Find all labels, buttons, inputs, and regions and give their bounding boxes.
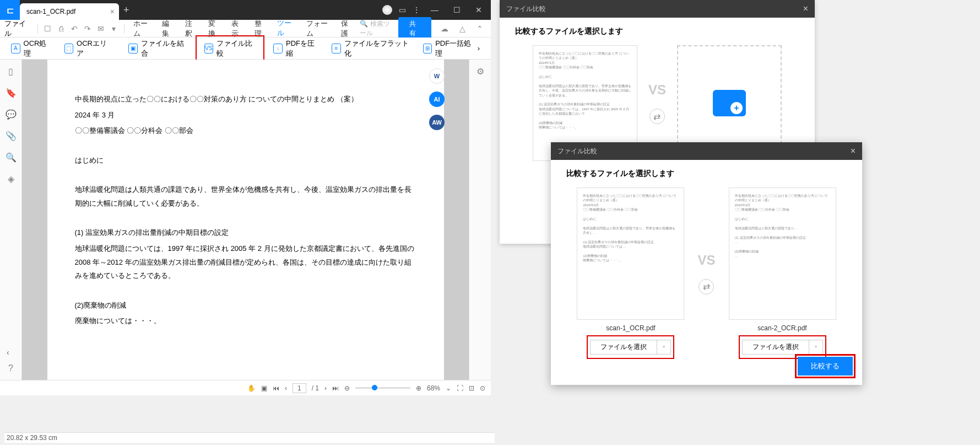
save-icon[interactable]: ☐: [42, 22, 53, 35]
layers-icon[interactable]: ◈: [8, 174, 14, 184]
attachments-icon[interactable]: 📎: [6, 131, 17, 141]
dialog-heading: 比較するファイルを選択します: [515, 26, 799, 36]
select-file1-button-wrap: ファイルを選択 ⌄: [587, 335, 674, 359]
close-dialog-icon[interactable]: ×: [851, 146, 856, 156]
file2-name: scan-2_OCR.pdf: [729, 324, 836, 332]
combine-icon: ▣: [128, 44, 138, 53]
file1-name: scan-1_OCR.pdf: [577, 324, 684, 332]
left-panel: ▯ 🔖 💬 📎 🔍 ◈ ?: [0, 60, 22, 380]
ai-assistant-icon[interactable]: AI: [429, 92, 445, 107]
bookmarks-icon[interactable]: 🔖: [6, 88, 17, 98]
kebab-menu-icon[interactable]: ⋮: [413, 6, 420, 14]
select-file1-button[interactable]: ファイルを選択: [590, 340, 657, 355]
file-preview-2[interactable]: 中長期的視点に立った〇〇における〇〇対策のあり方 についての中間とりまとめ（案）…: [729, 187, 836, 320]
statusbar: ✋ ▣ ⏮ ‹ 1 / 1 › ⏭ ⊖ ⊕ 68% ⌄ ⛶ ⊡ ⊙: [0, 380, 491, 395]
dropdown-icon[interactable]: ▾: [109, 22, 120, 35]
swap-files-icon[interactable]: ⇄: [699, 279, 714, 294]
ocr-button[interactable]: AOCR処理: [7, 36, 56, 61]
select-file2-button[interactable]: ファイルを選択: [742, 340, 809, 355]
doc-intro-heading: はじめに: [75, 154, 416, 168]
batch-icon: ⊞: [423, 44, 432, 53]
ocr-area-button[interactable]: ⬚OCRエリア: [60, 36, 115, 61]
flatten-icon: ≡: [332, 44, 341, 53]
zoom-in-icon[interactable]: ⊕: [416, 384, 421, 392]
file-menu[interactable]: ファイル: [4, 19, 29, 39]
print-icon[interactable]: ⎙: [55, 22, 66, 35]
combine-files-button[interactable]: ▣ファイルを結合: [124, 36, 191, 61]
compare-files-button[interactable]: VSファイル比較: [196, 35, 265, 62]
titlebar-controls: ▭ ⋮ — ☐ ✕: [382, 2, 491, 18]
dialog-heading: 比較するファイルを選択します: [566, 169, 847, 179]
doc-sec2-body: 廃棄物については・・・。: [75, 314, 416, 328]
doc-council: 〇〇整備審議会 〇〇分科会 〇〇部会: [75, 124, 416, 138]
collapse-icon[interactable]: ⌃: [473, 22, 486, 35]
select-tool-icon[interactable]: ▣: [261, 384, 267, 392]
user-avatar-icon[interactable]: [382, 5, 392, 15]
separator: [37, 24, 38, 34]
mail-icon[interactable]: ✉: [95, 22, 106, 35]
close-window-button[interactable]: ✕: [471, 2, 486, 18]
zoom-slider[interactable]: [355, 387, 410, 389]
maximize-button[interactable]: ☐: [449, 2, 464, 18]
collapse-left-icon[interactable]: ‹: [7, 348, 9, 357]
document-tab[interactable]: scan-1_OCR.pdf ×: [20, 3, 119, 20]
dialog-title: ファイル比較: [506, 4, 546, 14]
flatten-button[interactable]: ≡ファイルをフラット化: [327, 36, 414, 61]
separator: [124, 24, 124, 34]
doc-date: 2024 年 3 月: [75, 109, 416, 122]
bell-icon[interactable]: △: [456, 22, 469, 35]
search-icon[interactable]: 🔍: [6, 152, 17, 163]
document-viewport[interactable]: 中長期的視点に立った〇〇における〇〇対策のあり方 についての中間とりまとめ （案…: [22, 60, 469, 380]
hand-tool-icon[interactable]: ✋: [247, 384, 256, 392]
settings-sliders-icon[interactable]: ⚙: [477, 66, 484, 77]
fullscreen-icon[interactable]: ⊙: [480, 384, 485, 392]
compress-icon: ↓: [273, 44, 283, 53]
tab-title: scan-1_OCR.pdf: [26, 8, 75, 15]
fit-width-icon[interactable]: ⛶: [457, 384, 463, 392]
minimize-button[interactable]: —: [427, 2, 442, 18]
next-page-icon[interactable]: ›: [324, 384, 327, 392]
undo-icon[interactable]: ↶: [69, 22, 80, 35]
doc-sec1-body: 地球温暖化問題については、1997 年に採択され 2005 年 2 月に発効した…: [75, 242, 416, 283]
add-file-icon: [713, 90, 746, 116]
file-preview-1[interactable]: 中長期的視点に立った〇〇における〇〇対策のあり方 についての中間とりまとめ（案）…: [577, 187, 684, 320]
select-file1-dropdown[interactable]: ⌄: [657, 340, 671, 355]
first-page-icon[interactable]: ⏮: [273, 384, 279, 392]
batch-button[interactable]: ⊞PDF一括処理 ›: [419, 36, 484, 61]
redo-icon[interactable]: ↷: [82, 22, 93, 35]
tools-toolbar: AOCR処理 ⬚OCRエリア ▣ファイルを結合 VSファイル比較 ↓PDFを圧縮…: [0, 37, 491, 60]
vs-label: VS: [648, 82, 666, 98]
comments-icon[interactable]: 💬: [6, 109, 17, 120]
last-page-icon[interactable]: ⏭: [332, 384, 339, 392]
doc-title: 中長期的視点に立った〇〇における〇〇対策のあり方 についての中間とりまとめ （案…: [75, 93, 416, 106]
chevron-down-icon[interactable]: ⌄: [446, 384, 451, 392]
ocr-area-icon: ⬚: [64, 44, 74, 53]
thumbnails-icon[interactable]: ▯: [8, 66, 13, 77]
swap-files-icon[interactable]: ⇄: [649, 109, 665, 124]
select-file2-dropdown[interactable]: ⌄: [809, 340, 823, 355]
cloud-icon[interactable]: ☁: [438, 22, 451, 35]
help-icon[interactable]: ?: [8, 363, 13, 373]
close-dialog-icon[interactable]: ×: [803, 4, 808, 14]
prev-page-icon[interactable]: ‹: [285, 384, 287, 392]
pdf-editor-window: ⊏ scan-1_OCR.pdf × + ▭ ⋮ — ☐ ✕ ファイル ☐ ⎙ …: [0, 0, 491, 395]
close-tab-icon[interactable]: ×: [110, 7, 115, 16]
search-tools-input[interactable]: 🔍 検索ツール: [360, 19, 396, 38]
doc-sec2-heading: (2)廃棄物の削減: [75, 299, 416, 313]
compress-button[interactable]: ↓PDFを圧縮: [269, 36, 323, 61]
zoom-value: 68%: [427, 384, 440, 392]
compare-icon: VS: [204, 44, 214, 53]
zoom-out-icon[interactable]: ⊖: [344, 384, 350, 392]
page-dimensions-label: 20.82 x 29.53 cm: [4, 432, 495, 443]
fit-page-icon[interactable]: ⊡: [469, 384, 474, 392]
compare-button[interactable]: 比較する: [798, 357, 853, 376]
right-panel: ⚙: [469, 60, 491, 380]
chat-icon[interactable]: ▭: [399, 6, 406, 14]
word-icon[interactable]: AW: [429, 115, 445, 130]
word-export-icon[interactable]: W: [429, 68, 445, 84]
doc-sec1-heading: (1) 温室効果ガスの排出量削減の中期目標の設定: [75, 226, 416, 240]
page-input[interactable]: 1: [293, 383, 306, 393]
add-tab-icon[interactable]: +: [123, 4, 129, 16]
ocr-icon: A: [11, 44, 20, 53]
compare-button-wrap: 比較する: [795, 354, 856, 378]
